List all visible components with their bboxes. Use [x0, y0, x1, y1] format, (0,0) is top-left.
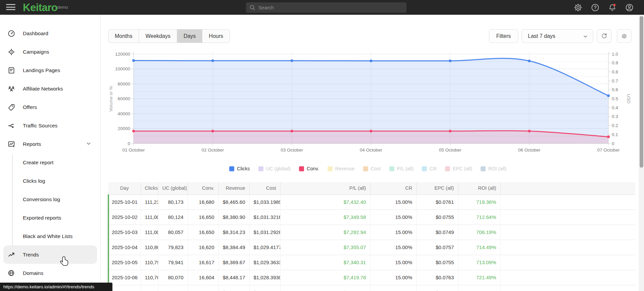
cell-cr: 15.00% [370, 210, 416, 225]
top-bar: Keitaro demo [0, 0, 644, 15]
sidebar-item-trends[interactable]: Trends [3, 245, 97, 264]
legend-item-cost[interactable]: Cost [363, 166, 381, 171]
table-row[interactable]: 2025-10-03111,0080,05716,650$8,314.23$1,… [108, 225, 635, 240]
chevron-down-icon [86, 140, 92, 148]
sidebar-item-label: Offers [23, 104, 37, 110]
settings-icon[interactable] [574, 3, 583, 12]
table-row[interactable]: 2025-10-04110,8079,82316,620$8,384.49$1,… [108, 240, 635, 255]
column-header-p-l-all[interactable]: P/L (all) [280, 182, 370, 194]
data-point [607, 135, 610, 138]
sidebar-item-affiliate-networks[interactable]: Affiliate Networks [3, 79, 97, 98]
tab-months[interactable]: Months [108, 30, 139, 43]
refresh-button[interactable] [597, 29, 611, 43]
cell-conv: 16,650 [188, 225, 218, 240]
legend-item-cr[interactable]: CR [422, 166, 437, 171]
legend-item-p-l-all[interactable]: P/L (all) [389, 166, 413, 171]
legend-item-roi-all[interactable]: ROI (all) [481, 166, 506, 171]
sidebar-item-reports[interactable]: Reports [3, 135, 97, 153]
cell-day: 2025-10-07 [108, 285, 141, 291]
dashboard-icon [7, 30, 15, 38]
sidebar-item-conversions-log[interactable]: Conversions log [3, 190, 97, 209]
main-content: MonthsWeekdaysDaysHours Filters Last 7 d… [101, 15, 639, 291]
hamburger-menu-icon[interactable] [6, 4, 15, 11]
sidebar-item-clicks-log[interactable]: Clicks log [3, 172, 97, 190]
sidebar-item-create-report[interactable]: Create report [3, 153, 97, 172]
column-header-clicks[interactable]: Clicks [141, 182, 158, 194]
sidebar-item-label: Campaigns [23, 49, 49, 55]
legend-swatch [328, 166, 333, 171]
cell-clicks: 11,40 [141, 285, 158, 291]
account-avatar-icon[interactable] [625, 3, 634, 12]
cell-clicks: 110,79 [141, 255, 158, 270]
table-row[interactable]: 2025-10-02111,0080,12416,650$8,380.90$1,… [108, 210, 635, 225]
cell-revenue: $8,380.90 [218, 210, 249, 225]
legend-item-conv[interactable]: Conv. [299, 166, 319, 171]
date-range-select[interactable]: Last 7 days [522, 29, 593, 43]
column-header-conv[interactable]: Conv. [188, 182, 218, 194]
sidebar-item-landings-pages[interactable]: Landings Pages [3, 61, 97, 79]
column-header-cost[interactable]: Cost [249, 182, 280, 194]
sidebar-item-exported-reports[interactable]: Exported reports [3, 209, 97, 227]
trends-icon [7, 251, 15, 259]
sidebar-item-offers[interactable]: $Offers [3, 98, 97, 116]
column-header-day[interactable]: Day [108, 182, 141, 194]
table-row[interactable]: 2025-10-0711,4011,4572,449$1,233.34$527.… [108, 285, 635, 291]
cell-clicks: 111,00 [141, 225, 158, 240]
tab-hours[interactable]: Hours [202, 30, 230, 43]
legend-item-clicks[interactable]: Clicks [229, 166, 250, 171]
brand-logo[interactable]: Keitaro [23, 2, 57, 14]
legend-item-revenue[interactable]: Revenue [328, 166, 355, 171]
legend-item-epc-all[interactable]: EPC (all) [445, 166, 472, 171]
tab-days[interactable]: Days [177, 30, 202, 43]
column-header-cr[interactable]: CR [370, 182, 416, 194]
sidebar-item-label: Reports [23, 141, 41, 147]
scrollbar-thumb[interactable] [640, 16, 643, 168]
svg-text:40000: 40000 [117, 111, 130, 116]
svg-text:100000: 100000 [115, 66, 130, 71]
cell-conv: 16,604 [188, 270, 218, 285]
sidebar-item-traffic-sources[interactable]: Traffic Sources [3, 116, 97, 135]
sidebar-item-label: Domains [23, 270, 43, 276]
chart-settings-button[interactable] [617, 29, 632, 43]
svg-text:01 October: 01 October [122, 148, 145, 153]
cell-cr: 15.00% [370, 270, 416, 285]
cell-epc-all: $0.0763 [416, 270, 458, 285]
data-point [211, 130, 214, 132]
sidebar-item-black-and-white-lists[interactable]: Black and White Lists [3, 227, 97, 245]
cell-epc-all: $0.0761 [416, 194, 458, 210]
tab-weekdays[interactable]: Weekdays [139, 30, 177, 43]
environment-label: demo [57, 5, 68, 10]
trends-chart[interactable]: 02000040000600008000010000012000000.10.2… [108, 47, 635, 158]
cell-roi-all: 706.19% [458, 225, 500, 240]
column-header-epc-all[interactable]: EPC (all) [416, 182, 458, 194]
sidebar-item-domains[interactable]: Domains [3, 264, 97, 282]
legend-item-uc-global[interactable]: UC (global) [258, 166, 291, 171]
cell-roi-all: 719.36% [458, 194, 500, 210]
search-input[interactable] [258, 5, 403, 10]
cell-p-l-all: $7,432.40 [280, 194, 370, 210]
legend-label: Cost [371, 166, 381, 171]
sidebar-item-label: Conversions log [23, 196, 60, 202]
period-tab-group: MonthsWeekdaysDaysHours [108, 29, 230, 43]
filters-button[interactable]: Filters [489, 29, 518, 43]
cell-roi-all: 720.7% [458, 285, 500, 291]
svg-text:$: $ [12, 105, 13, 107]
table-row[interactable]: 2025-10-05110,7979,94116,617$8,369.67$1,… [108, 255, 635, 270]
table-row[interactable]: 2025-10-06110,7080,07016,604$8,448.17$1,… [108, 270, 635, 285]
cell-day: 2025-10-03 [108, 225, 141, 240]
sidebar-item-dashboard[interactable]: Dashboard [3, 24, 97, 43]
sidebar-item-campaigns[interactable]: Campaigns [3, 43, 97, 61]
svg-text:0.3: 0.3 [612, 114, 618, 119]
cell-conv: 16,650 [188, 210, 218, 225]
reports-icon [7, 140, 15, 148]
column-header-roi-all[interactable]: ROI (all) [458, 182, 500, 194]
column-header-uc-global[interactable]: UC (global) [158, 182, 188, 194]
data-point [370, 130, 373, 132]
help-icon[interactable] [591, 3, 600, 12]
table-row[interactable]: 2025-10-01111,2180,17316,680$8,465.60$1,… [108, 194, 635, 210]
vertical-scrollbar[interactable] [639, 15, 644, 291]
column-header-revenue[interactable]: Revenue [218, 182, 249, 194]
global-search[interactable] [246, 2, 406, 13]
svg-text:60000: 60000 [117, 96, 130, 101]
notifications-bell-icon[interactable] [608, 3, 617, 12]
